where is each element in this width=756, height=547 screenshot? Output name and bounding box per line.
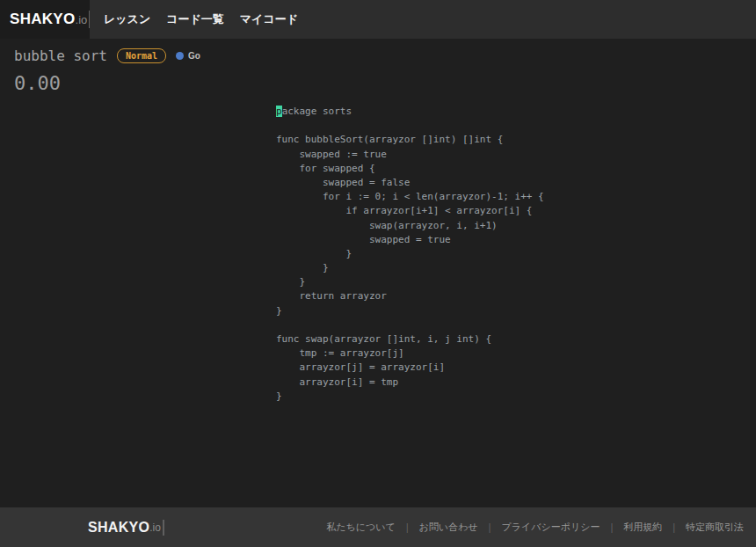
footer-logo[interactable]: SHAKYO.io [88,520,164,536]
site-logo-brand: SHAKYO [10,11,76,28]
code-line: swapped = true [276,233,544,247]
lesson-title: bubble sort [14,47,107,64]
code-line: swapped = false [276,176,544,190]
code-line: } [276,275,544,289]
code-line: func bubbleSort(arrayzor []int) []int { [276,133,544,147]
code-line: func swap(arrayzor []int, i, j int) { [276,332,544,346]
footer: SHAKYO.io 私たちについて｜お問い合わせ｜プライバシーポリシー｜利用規約… [0,507,756,547]
code-line [276,318,544,332]
nav-item[interactable]: コード一覧 [166,11,224,27]
nav-item[interactable]: レッスン [104,11,150,27]
code-line: for i := 0; i < len(arrayzor)-1; i++ { [276,190,544,204]
language-dot-icon [176,52,184,60]
difficulty-badge: Normal [117,48,166,63]
code-line: if arrayzor[i+1] < arrayzor[i] { [276,204,544,218]
top-nav-bar: SHAKYO.io レッスンコード一覧マイコード [0,0,756,39]
lesson-page: bubble sort Normal Go 0.00 package sorts… [0,39,756,507]
code-line: } [276,304,544,318]
code-line: return arrayzor [276,289,544,303]
footer-link[interactable]: 特定商取引法 [686,521,744,534]
language-indicator: Go [176,51,200,61]
code-line [276,119,544,133]
code-area[interactable]: package sorts func bubbleSort(arrayzor [… [276,105,544,404]
code-line: } [276,261,544,275]
code-line: for swapped { [276,162,544,176]
footer-link[interactable]: プライバシーポリシー [501,521,600,534]
footer-link-separator: ｜ [607,521,616,534]
typing-cursor: p [276,106,282,117]
footer-link[interactable]: お問い合わせ [419,521,478,534]
footer-logo-brand: SHAKYO [88,520,149,536]
footer-link-separator: ｜ [669,521,679,534]
code-line: swapped := true [276,148,544,162]
code-line: } [276,247,544,261]
footer-link-separator: ｜ [485,521,495,534]
footer-logo-caret-icon [163,520,164,536]
site-logo-tld: .io [76,13,88,26]
logo-caret-icon [89,11,90,28]
timer-display: 0.00 [14,72,756,94]
code-line: arrayzor[j] = arrayzor[i] [276,361,544,375]
site-logo[interactable]: SHAKYO.io [0,0,90,39]
footer-link[interactable]: 利用規約 [623,521,662,534]
code-line: arrayzor[i] = tmp [276,376,544,390]
footer-logo-tld: .io [149,521,161,534]
lesson-header: bubble sort Normal Go [0,39,756,64]
main-nav: レッスンコード一覧マイコード [104,0,298,39]
footer-links: 私たちについて｜お問い合わせ｜プライバシーポリシー｜利用規約｜特定商取引法 [326,521,744,534]
language-label: Go [188,51,200,61]
footer-link[interactable]: 私たちについて [326,521,396,534]
code-line: tmp := arrayzor[j] [276,346,544,361]
nav-item[interactable]: マイコード [240,11,298,27]
code-line: package sorts [276,105,544,119]
footer-link-separator: ｜ [403,521,412,534]
code-line: } [276,390,544,404]
code-line: swap(arrayzor, i, i+1) [276,219,544,233]
